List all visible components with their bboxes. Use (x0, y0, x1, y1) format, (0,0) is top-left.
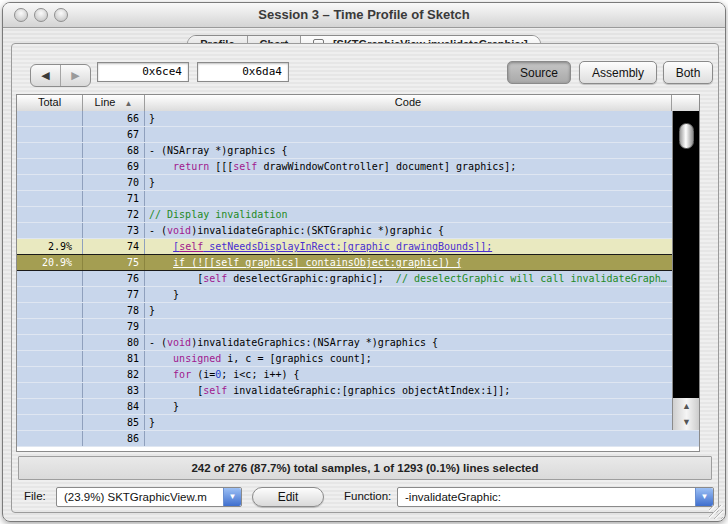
code-cell: } (145, 175, 672, 190)
column-header-total[interactable]: Total (17, 95, 83, 111)
total-cell (17, 319, 83, 334)
popup-arrow-icon[interactable]: ▼ (695, 488, 713, 506)
column-header-line[interactable]: Line ▲ (83, 95, 145, 111)
code-cell: if (![[self graphics] containsObject:gra… (145, 255, 672, 270)
column-label: Line (95, 96, 116, 108)
code-cell: } (145, 303, 672, 318)
total-cell (17, 223, 83, 238)
both-view-button[interactable]: Both (663, 61, 713, 84)
total-cell (17, 351, 83, 366)
edit-button[interactable]: Edit (252, 487, 324, 507)
scroll-up-icon[interactable]: ▲ (673, 398, 700, 414)
code-cell (145, 431, 672, 446)
total-cell (17, 175, 83, 190)
code-cell (145, 191, 672, 206)
vertical-scrollbar-track[interactable] (672, 111, 700, 398)
table-row[interactable]: 86 (17, 431, 699, 447)
line-number-cell: 84 (83, 399, 145, 414)
table-row[interactable]: 84 } (17, 399, 699, 415)
table-row[interactable]: 66} (17, 111, 699, 127)
vertical-scrollbar-buttons: ▲ ▼ (672, 398, 700, 430)
table-row[interactable]: 70} (17, 175, 699, 191)
table-row[interactable]: 81 unsigned i, c = [graphics count]; (17, 351, 699, 367)
function-popup[interactable]: -invalidateGraphic: ▼ (397, 487, 714, 507)
table-row[interactable]: 78} (17, 303, 699, 319)
table-row[interactable]: 68- (NSArray *)graphics { (17, 143, 699, 159)
total-cell (17, 111, 83, 126)
code-cell: } (145, 111, 672, 126)
start-address-field[interactable] (97, 62, 189, 82)
table-row[interactable]: 83 [self invalidateGraphic:[graphics obj… (17, 383, 699, 399)
resize-grip[interactable] (709, 505, 723, 519)
code-cell: return [[[self drawWindowController] doc… (145, 159, 672, 174)
content-panel: ◀ ▶ Source Assembly Both Total Line ▲ Co… (11, 43, 719, 513)
table-row[interactable]: 76 [self deselectGraphic:graphic]; // de… (17, 271, 699, 287)
scroll-down-icon[interactable]: ▼ (673, 414, 700, 430)
total-cell (17, 367, 83, 382)
back-button[interactable]: ◀ (31, 65, 61, 86)
total-cell (17, 127, 83, 142)
forward-button[interactable]: ▶ (61, 65, 90, 86)
code-cell (145, 319, 672, 334)
table-row[interactable]: 71 (17, 191, 699, 207)
vertical-scrollbar-thumb[interactable] (679, 123, 694, 149)
code-cell: [self setNeedsDisplayInRect:[graphic dra… (145, 239, 672, 254)
back-arrow-icon: ◀ (41, 69, 49, 82)
table-row[interactable]: 77 } (17, 287, 699, 303)
button-label: Assembly (592, 66, 644, 80)
table-row[interactable]: 73- (void)invalidateGraphic:(SKTGraphic … (17, 223, 699, 239)
code-cell: // Display invalidation (145, 207, 672, 222)
code-cell: - (NSArray *)graphics { (145, 143, 672, 158)
file-label: File: (24, 490, 46, 502)
line-number-cell: 80 (83, 335, 145, 350)
code-cell (145, 127, 672, 142)
column-header-spacer (672, 95, 700, 111)
line-number-cell: 67 (83, 127, 145, 142)
source-view-button[interactable]: Source (507, 61, 571, 84)
code-table: Total Line ▲ Code 66}6768- (NSArray *)gr… (16, 94, 700, 452)
total-cell (17, 271, 83, 286)
footer-bar: File: (23.9%) SKTGraphicView.m ▼ Edit Fu… (12, 484, 718, 512)
line-number-cell: 75 (83, 255, 145, 270)
title-bar[interactable]: Session 3 – Time Profile of Sketch (3, 3, 725, 28)
table-row[interactable]: 20.9%75 if (![[self graphics] containsOb… (17, 254, 699, 271)
line-number-cell: 73 (83, 223, 145, 238)
column-header-code[interactable]: Code (145, 95, 672, 111)
button-label: Edit (278, 490, 299, 504)
code-cell: } (145, 399, 672, 414)
total-cell (17, 191, 83, 206)
line-number-cell: 79 (83, 319, 145, 334)
total-cell (17, 335, 83, 350)
table-row[interactable]: 79 (17, 319, 699, 335)
total-cell: 2.9% (17, 239, 83, 254)
button-label: Source (520, 66, 558, 80)
table-row[interactable]: 80- (void)invalidateGraphics:(NSArray *)… (17, 335, 699, 351)
line-number-cell: 72 (83, 207, 145, 222)
line-number-cell: 85 (83, 415, 145, 430)
total-cell (17, 143, 83, 158)
total-cell (17, 159, 83, 174)
code-cell: [self deselectGraphic:graphic]; // desel… (145, 271, 672, 286)
end-address-field[interactable] (197, 62, 289, 82)
file-popup-value: (23.9%) SKTGraphicView.m (64, 491, 207, 503)
table-row[interactable]: 2.9%74 [self setNeedsDisplayInRect:[grap… (17, 239, 699, 255)
total-cell (17, 383, 83, 398)
code-cell: } (145, 287, 672, 302)
line-number-cell: 86 (83, 431, 145, 446)
file-popup[interactable]: (23.9%) SKTGraphicView.m ▼ (56, 487, 242, 507)
line-number-cell: 70 (83, 175, 145, 190)
code-cell: unsigned i, c = [graphics count]; (145, 351, 672, 366)
assembly-view-button[interactable]: Assembly (579, 61, 657, 84)
table-row[interactable]: 72// Display invalidation (17, 207, 699, 223)
table-row[interactable]: 67 (17, 127, 699, 143)
window-title: Session 3 – Time Profile of Sketch (3, 7, 725, 22)
button-label: Both (676, 66, 701, 80)
popup-arrow-icon[interactable]: ▼ (223, 488, 241, 506)
table-row[interactable]: 69 return [[[self drawWindowController] … (17, 159, 699, 175)
status-bar: 242 of 276 (87.7%) total samples, 1 of 1… (18, 456, 712, 480)
table-row[interactable]: 82 for (i=0; i<c; i++) { (17, 367, 699, 383)
history-nav-buttons[interactable]: ◀ ▶ (30, 64, 91, 87)
total-cell: 20.9% (17, 255, 83, 270)
line-number-cell: 83 (83, 383, 145, 398)
table-row[interactable]: 85} (17, 415, 699, 431)
